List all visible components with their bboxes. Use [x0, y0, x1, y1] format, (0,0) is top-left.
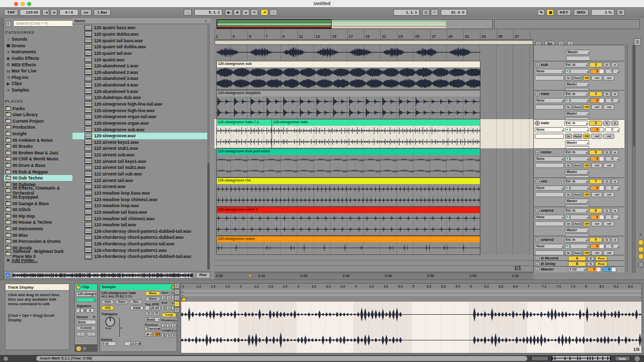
file-row[interactable]: 120-abandoned 3.wav: [72, 75, 208, 82]
file-row[interactable]: 120-slowgroove high-line.wav: [72, 107, 208, 114]
file-row[interactable]: 126-chorderouy chord-pattern2-dubbed-tai…: [72, 253, 208, 260]
send-a-field[interactable]: -inf: [591, 163, 602, 168]
input-channel-chooser[interactable]: 1▾: [565, 127, 589, 132]
start-marker-flag[interactable]: [182, 298, 186, 301]
sidebar-item-production[interactable]: Production: [4, 124, 72, 131]
file-row[interactable]: 122 airvent.wav: [72, 184, 208, 190]
reverse-button[interactable]: Rev: [129, 300, 142, 304]
sidebar-item-00-instruments[interactable]: 00 Instruments: [4, 226, 72, 232]
monitor-off-button[interactable]: Off: [583, 163, 590, 168]
volume-field[interactable]: 0: [590, 69, 604, 74]
track-number[interactable]: 5: [589, 121, 602, 126]
length-value-2[interactable]: 0: [172, 333, 176, 338]
pan-field[interactable]: C◂: [605, 127, 619, 132]
post-button[interactable]: Post: [595, 261, 607, 266]
track-header-snare2[interactable]: ▾ snare2 Ext. In▾ 9 S ● None▾ 1▾ 0 C◂ In…: [534, 236, 624, 255]
sidebar-item-00-chill-world-music[interactable]: 00 Chill & World Music: [4, 156, 72, 162]
sidebar-item-00-hip-hop[interactable]: 00 Hip Hop: [4, 213, 72, 219]
sidebar-item-sounds[interactable]: ♪Sounds: [4, 36, 72, 43]
monitor-off-button[interactable]: Off: [583, 192, 590, 197]
pan-field[interactable]: C◂: [605, 98, 619, 103]
slave-button[interactable]: Slave: [145, 297, 160, 301]
track-number[interactable]: 4: [589, 92, 602, 97]
sidebar-item-00-dub-techno[interactable]: 00 Dub Techno: [4, 175, 72, 182]
output-type-chooser[interactable]: None▾: [535, 244, 564, 249]
track-delay-field[interactable]: [535, 75, 564, 80]
send-b-field[interactable]: -inf: [603, 75, 614, 80]
scroll-down-arrow-icon[interactable]: ▼: [639, 233, 642, 236]
play-button[interactable]: ▶: [225, 9, 232, 16]
file-row[interactable]: 120 quaint.wav: [72, 56, 208, 63]
file-row[interactable]: 123 meadow loop bass.wav: [72, 190, 208, 197]
clip-view-tab-1[interactable]: ○: [174, 289, 180, 295]
detune-field[interactable]: 0 ct: [101, 341, 116, 346]
monitor-in-button[interactable]: In: [565, 192, 572, 197]
solo-button[interactable]: S: [603, 237, 610, 242]
clip-view-tab-3[interactable]: □: [174, 301, 180, 307]
file-row[interactable]: 120-slowgroove sub.wav: [72, 126, 208, 133]
monitor-off-button[interactable]: Off: [583, 250, 590, 255]
sidebar-item-00-glitch[interactable]: 00 Glitch: [4, 207, 72, 213]
clip-loop-dot-icon[interactable]: [82, 346, 87, 351]
transient-envelope-field[interactable]: 100: [153, 332, 160, 336]
sidebar-item-00-ambient-noise[interactable]: 00 Ambient & Noise: [4, 137, 72, 143]
track-fold-button[interactable]: ▸: [535, 256, 540, 261]
input-channel-chooser[interactable]: 1▾: [565, 98, 589, 103]
track-fold-button[interactable]: ▾: [535, 179, 540, 184]
record-button[interactable]: ●: [242, 9, 250, 16]
monitor-in-button[interactable]: In: [565, 250, 572, 255]
clip-view-tab-0[interactable]: ≡: [174, 283, 180, 289]
send-b-field[interactable]: -inf: [603, 134, 614, 139]
punch-in-button[interactable]: ◻: [422, 9, 430, 16]
track-name[interactable]: snare2: [541, 237, 563, 242]
file-row[interactable]: 122 airvent tail.wav: [72, 177, 208, 184]
send-a-field[interactable]: -inf: [591, 221, 602, 226]
monitor-in-button[interactable]: In: [565, 75, 572, 80]
track-fold-button[interactable]: ▾: [535, 208, 540, 213]
solo-button[interactable]: S: [603, 121, 610, 126]
monitor-auto-button[interactable]: Auto: [573, 221, 582, 226]
sidebar-item-audio-effects[interactable]: ⊕Audio Effects: [4, 55, 72, 62]
volume-field[interactable]: 0: [590, 186, 604, 191]
send-b-field[interactable]: -inf: [603, 105, 614, 110]
pan-field[interactable]: C◂: [605, 186, 619, 191]
crossfade-b-button[interactable]: [638, 246, 644, 252]
preview-speaker-icon[interactable]: ▸: [6, 273, 11, 278]
track-delay-field[interactable]: [535, 134, 564, 139]
file-row[interactable]: 120 quaint tail.wav: [72, 50, 208, 57]
length-value-1[interactable]: 0: [167, 333, 171, 338]
monitor-auto-button[interactable]: Auto: [573, 75, 582, 80]
loop-button[interactable]: Loop: [162, 313, 177, 317]
master-track-name[interactable]: Master: [541, 267, 567, 272]
return-track-header-a-reverb[interactable]: ▸ A Reverb A S Post: [534, 255, 624, 260]
send-b-field[interactable]: -inf: [603, 221, 614, 226]
input-channel-chooser[interactable]: 1▾: [565, 69, 589, 74]
sidebar-item-00-breaks[interactable]: 00 Breaks: [4, 143, 72, 150]
file-row[interactable]: 123 meadow loop.wav: [72, 203, 208, 209]
return-letter[interactable]: A: [568, 256, 586, 261]
input-type-chooser[interactable]: Ext. In▾: [564, 62, 588, 67]
file-row[interactable]: 126-chorderouy chord-pattern1-dubbed.wav: [72, 234, 208, 241]
output-bus-chooser[interactable]: Master▾: [566, 50, 590, 55]
solo-button[interactable]: S: [587, 261, 594, 266]
key-map-button[interactable]: KEY: [557, 9, 571, 16]
output-bus-chooser[interactable]: Master▾: [565, 199, 589, 204]
track-fold-button[interactable]: ▾: [535, 121, 540, 126]
arrangement-vertical-scrollbar[interactable]: [632, 45, 635, 273]
track-fold-button[interactable]: ▾: [535, 62, 540, 67]
file-row[interactable]: 120-slowgroove organ.wav: [72, 120, 208, 127]
file-list-scroll-thumb[interactable]: [207, 163, 210, 269]
file-row[interactable]: 122 airvent stab1.wav: [72, 145, 208, 152]
end-value-0[interactable]: 9: [162, 306, 166, 310]
sidebar-item-00-misc[interactable]: 00 Misc: [4, 232, 72, 238]
crossfade-a-button[interactable]: [638, 239, 644, 245]
loop-start-field[interactable]: 1. 1. 1: [393, 9, 420, 16]
file-row[interactable]: 126-chorderouy chord-pattern1-tail.wav: [72, 241, 208, 247]
preview-waveform[interactable]: [12, 272, 193, 279]
sidebar-item-plug-ins[interactable]: ◁Plug-ins: [4, 74, 72, 81]
sidebar-item-instruments[interactable]: ≈Instruments: [4, 49, 72, 55]
time-ruler[interactable]: 0:000:100:200:300:400:501:001:10: [214, 273, 533, 280]
double-tempo-button[interactable]: *2: [153, 311, 160, 316]
file-list-name-header[interactable]: Name ▲: [72, 18, 210, 24]
midi-map-button[interactable]: MIDI: [574, 9, 589, 16]
